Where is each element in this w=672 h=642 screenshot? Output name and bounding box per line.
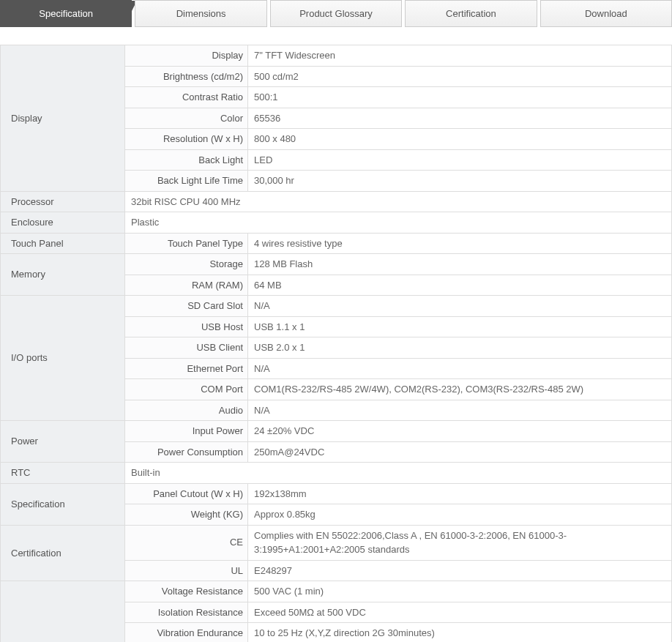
table-row: Specification Panel Cutout (W x H) 192x1… <box>1 483 672 504</box>
spec-value: 500:1 <box>248 87 672 108</box>
spec-label: Panel Cutout (W x H) <box>125 483 248 504</box>
table-row: Memory Storage 128 MB Flash <box>1 254 672 275</box>
spec-table: Display Display 7" TFT Widescreen Bright… <box>0 45 672 642</box>
spec-value: N/A <box>248 296 672 317</box>
tab-bar: Specification Dimensions Product Glossar… <box>0 0 672 27</box>
tab-dimensions[interactable]: Dimensions <box>135 0 266 27</box>
spec-value: Exceed 50MΩ at 500 VDC <box>248 602 672 623</box>
spec-value: 64 MB <box>248 275 672 296</box>
table-row: I/O ports SD Card Slot N/A <box>1 296 672 317</box>
spec-value: 500 VAC (1 min) <box>248 581 672 602</box>
spec-label: UL <box>125 560 248 581</box>
spec-label: CE <box>125 525 248 560</box>
table-row: Display Display 7" TFT Widescreen <box>1 45 672 67</box>
spec-value: Approx 0.85kg <box>248 504 672 526</box>
spec-value: E248297 <box>248 560 672 581</box>
spec-label: Ethernet Port <box>125 358 248 379</box>
tab-certification[interactable]: Certification <box>405 0 537 27</box>
spec-label: Brightness (cd/m2) <box>125 66 248 87</box>
category-operation: Operation <box>1 581 125 643</box>
spec-value: 32bit RISC CPU 400 MHz <box>125 191 672 212</box>
spec-value: N/A <box>248 358 672 379</box>
spec-value: 65536 <box>248 108 672 129</box>
table-row: Certification CE Complies with EN 55022:… <box>1 525 672 560</box>
table-row: Enclosure Plastic <box>1 212 672 234</box>
spec-label: Power Consumption <box>125 441 248 463</box>
spec-value: 24 ±20% VDC <box>248 421 672 442</box>
spec-value: Complies with EN 55022:2006,Class A , EN… <box>248 525 672 560</box>
spec-label: Contrast Ratio <box>125 87 248 108</box>
table-row: Operation Voltage Resistance 500 VAC (1 … <box>1 581 672 602</box>
spec-label: USB Host <box>125 316 248 337</box>
tab-product-glossary[interactable]: Product Glossary <box>270 0 402 27</box>
spec-value: Plastic <box>125 212 672 234</box>
category-power: Power <box>1 421 125 463</box>
spec-label: Isolation Resistance <box>125 602 248 623</box>
spec-value: N/A <box>248 400 672 421</box>
spec-label: Color <box>125 108 248 129</box>
category-display: Display <box>1 45 125 192</box>
spec-value: 4 wires resistive type <box>248 233 672 254</box>
spec-value: 800 x 480 <box>248 129 672 150</box>
spec-value: 10 to 25 Hz (X,Y,Z direction 2G 30minute… <box>248 623 672 643</box>
spec-label: SD Card Slot <box>125 296 248 317</box>
spec-value: USB 1.1 x 1 <box>248 316 672 337</box>
spec-value: USB 2.0 x 1 <box>248 337 672 359</box>
spec-value: LED <box>248 149 672 171</box>
category-io-ports: I/O ports <box>1 296 125 421</box>
spec-value: 7" TFT Widescreen <box>248 45 672 67</box>
category-rtc: RTC <box>1 463 125 484</box>
spec-label: Vibration Endurance <box>125 623 248 643</box>
spec-label: Weight (KG) <box>125 504 248 526</box>
spec-value: COM1(RS-232/RS-485 2W/4W), COM2(RS-232),… <box>248 379 672 400</box>
table-row: Processor 32bit RISC CPU 400 MHz <box>1 191 672 212</box>
category-specification: Specification <box>1 483 125 525</box>
spec-label: Storage <box>125 254 248 275</box>
spec-label: Back Light Life Time <box>125 171 248 192</box>
spec-value: 30,000 hr <box>248 171 672 192</box>
tab-download[interactable]: Download <box>540 0 672 27</box>
spec-value: Built-in <box>125 463 672 484</box>
spec-label: Voltage Resistance <box>125 581 248 602</box>
category-touch-panel: Touch Panel <box>1 233 125 254</box>
spec-label: Display <box>125 45 248 67</box>
category-memory: Memory <box>1 254 125 296</box>
spec-label: Resolution (W x H) <box>125 129 248 150</box>
spec-label: Back Light <box>125 149 248 171</box>
table-row: Power Input Power 24 ±20% VDC <box>1 421 672 442</box>
spec-label: USB Client <box>125 337 248 359</box>
category-certification-section: Certification <box>1 525 125 581</box>
spec-value: 250mA@24VDC <box>248 441 672 463</box>
spec-value: 500 cd/m2 <box>248 66 672 87</box>
spec-label: Audio <box>125 400 248 421</box>
spec-value: 128 MB Flash <box>248 254 672 275</box>
spec-label: COM Port <box>125 379 248 400</box>
tab-specification[interactable]: Specification <box>0 0 132 27</box>
spec-label: Touch Panel Type <box>125 233 248 254</box>
spec-value: 192x138mm <box>248 483 672 504</box>
category-enclosure: Enclosure <box>1 212 125 234</box>
table-row: RTC Built-in <box>1 463 672 484</box>
table-row: Touch Panel Touch Panel Type 4 wires res… <box>1 233 672 254</box>
category-processor: Processor <box>1 191 125 212</box>
spec-label: RAM (RAM) <box>125 275 248 296</box>
spec-label: Input Power <box>125 421 248 442</box>
